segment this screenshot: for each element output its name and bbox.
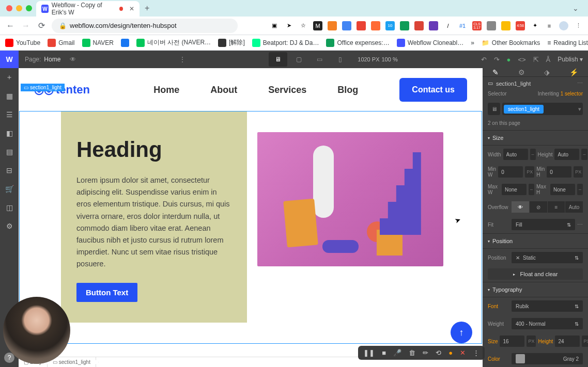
size-section-header[interactable]: Size <box>483 130 588 146</box>
bookmark-item[interactable]: [解除] <box>218 38 245 47</box>
bookmark-beatport[interactable]: Beatport: DJ & Da… <box>252 39 319 47</box>
close-window-icon[interactable] <box>6 5 12 11</box>
more-icon[interactable]: ⋯ <box>577 80 583 87</box>
minimize-window-icon[interactable] <box>16 5 22 11</box>
ext-icon[interactable] <box>342 21 351 30</box>
undo-icon[interactable]: ↶ <box>481 56 487 63</box>
reading-list-icon[interactable]: ≡ <box>545 21 554 30</box>
minh-input[interactable] <box>547 166 571 178</box>
more-icon[interactable]: ⋯ <box>577 221 583 228</box>
camera-icon[interactable]: ▣ <box>270 21 279 30</box>
ext-icon[interactable] <box>328 21 337 30</box>
menu-icon[interactable]: ⋮ <box>574 21 583 30</box>
float-label[interactable]: Float and clear <box>520 271 558 277</box>
effects-tab-icon[interactable]: ⚡ <box>569 68 578 76</box>
trash-icon[interactable]: 🗑 <box>409 349 415 357</box>
tabs-chevron-icon[interactable]: ⌄ <box>572 4 584 12</box>
bookmark-item[interactable] <box>121 39 129 47</box>
stop-icon[interactable]: ■ <box>382 349 386 357</box>
settings-tab-icon[interactable]: ⚙ <box>518 68 525 76</box>
ext-icon[interactable]: / <box>443 21 453 30</box>
reload-button[interactable]: ⟳ <box>36 21 47 30</box>
back-button[interactable]: ← <box>5 21 16 30</box>
publish-button[interactable]: Publish ▾ <box>558 56 583 63</box>
users-icon[interactable]: ◫ <box>4 202 14 213</box>
unit-px[interactable]: PX <box>527 336 536 347</box>
hero-button[interactable]: Button Text <box>76 283 137 302</box>
bookmark-gmail[interactable]: Gmail <box>48 39 74 47</box>
profile-icon[interactable] <box>559 21 568 30</box>
position-section-header[interactable]: Position <box>483 233 588 249</box>
expand-icon[interactable]: ⋮ <box>473 349 479 357</box>
export-icon[interactable]: ⇱ <box>533 56 539 63</box>
ext-icon[interactable] <box>357 21 366 30</box>
mic-icon[interactable]: 🎤 <box>393 349 401 357</box>
ext-icon[interactable] <box>429 21 438 30</box>
weight-select[interactable]: 400 - Normal⇅ <box>512 318 583 329</box>
pause-icon[interactable]: ❚❚ <box>363 349 375 357</box>
maximize-window-icon[interactable] <box>26 5 32 11</box>
browser-tab[interactable]: W Webflow - Copy of Erik's W ✕ <box>36 1 140 17</box>
unit-label[interactable]: – <box>581 149 587 160</box>
pages-icon[interactable]: ▦ <box>4 91 14 101</box>
overflow-auto[interactable]: Auto <box>565 201 583 213</box>
bookmark-naver[interactable]: NAVER <box>82 39 114 47</box>
marker-icon[interactable]: ● <box>448 349 453 357</box>
other-bookmarks[interactable]: 📁Other Bookmarks <box>482 39 540 46</box>
design-canvas[interactable]: ▭ section1_light ◎◎tenten Home About Ser… <box>19 68 483 359</box>
scroll-top-fab[interactable]: ↑ <box>451 322 472 343</box>
refresh-icon[interactable]: ⟲ <box>436 349 441 357</box>
bookmark-sheets[interactable]: Office expenses:… <box>326 39 389 47</box>
page-selector[interactable]: Page: Home <box>19 56 67 63</box>
settings-icon[interactable]: ⚙ <box>4 221 14 231</box>
close-icon[interactable]: ✕ <box>516 255 520 261</box>
minw-input[interactable] <box>498 166 523 178</box>
ext-icon[interactable] <box>400 21 409 30</box>
cms-icon[interactable]: ⊟ <box>4 165 14 175</box>
typography-section-header[interactable]: Typography <box>483 282 588 297</box>
check-icon[interactable]: ● <box>507 56 511 63</box>
kebab-icon[interactable]: ⋮ <box>179 56 185 63</box>
contact-button[interactable]: Contact us <box>399 78 467 102</box>
class-selector[interactable]: 🖥 section1_light ▾ <box>483 100 588 118</box>
hero-section[interactable]: Heading Lorem ipsum dolor sit amet, cons… <box>20 111 482 343</box>
ecommerce-icon[interactable]: 🛒 <box>4 184 14 194</box>
unit-label[interactable]: – <box>577 184 583 195</box>
ext-icon[interactable]: 4:58 <box>516 21 525 30</box>
code-icon[interactable]: <> <box>518 56 525 63</box>
ext-icon[interactable]: CLS3.17 <box>472 21 482 30</box>
unit-px[interactable]: PX <box>574 166 583 178</box>
nav-link[interactable]: Services <box>268 85 306 95</box>
width-input[interactable] <box>503 149 528 160</box>
hero-image[interactable] <box>257 132 443 266</box>
position-select[interactable]: ✕Static⇅ <box>512 252 583 263</box>
fit-select[interactable]: Fill⇅ <box>512 219 575 230</box>
bookmark-webflow[interactable]: Webflow Cloneabl… <box>397 39 464 47</box>
pen-icon[interactable]: ✏ <box>423 349 428 357</box>
bookmark-naver-dict[interactable]: 네이버 사전 (NAVER… <box>136 38 211 47</box>
style-tab-icon[interactable]: ✎ <box>492 68 499 76</box>
overflow-visible-icon[interactable]: 👁 <box>512 201 529 213</box>
color-select[interactable]: Gray 2 <box>512 353 583 364</box>
send-icon[interactable]: ➤ <box>284 21 293 30</box>
breakpoint-tablet-icon[interactable]: ▢ <box>289 52 308 67</box>
breakpoint-mobile-landscape-icon[interactable]: ▭ <box>310 52 329 67</box>
unit-px[interactable]: PX <box>582 336 588 347</box>
ext-icon[interactable]: #1 <box>458 21 467 30</box>
forward-button[interactable]: → <box>21 21 31 30</box>
crumb-section[interactable]: ▭section1_light <box>48 357 96 367</box>
font-select[interactable]: Rubik⇅ <box>512 300 583 312</box>
class-chip[interactable]: section1_light <box>504 105 544 114</box>
audit-icon[interactable]: Å <box>546 56 551 63</box>
maxh-input[interactable] <box>550 184 575 195</box>
close-tab-icon[interactable]: ✕ <box>129 5 134 12</box>
breakpoint-desktop-icon[interactable]: 🖥 <box>269 52 287 67</box>
hero-heading[interactable]: Heading <box>76 137 231 162</box>
ext-icon[interactable] <box>414 21 424 30</box>
assets-icon[interactable]: ▤ <box>4 147 14 157</box>
selection-tag[interactable]: ▭ section1_light <box>21 84 65 91</box>
height-input[interactable] <box>554 149 579 160</box>
lineheight-input[interactable] <box>555 336 580 347</box>
nav-link[interactable]: Home <box>153 85 179 95</box>
components-icon[interactable]: ◧ <box>4 128 14 138</box>
